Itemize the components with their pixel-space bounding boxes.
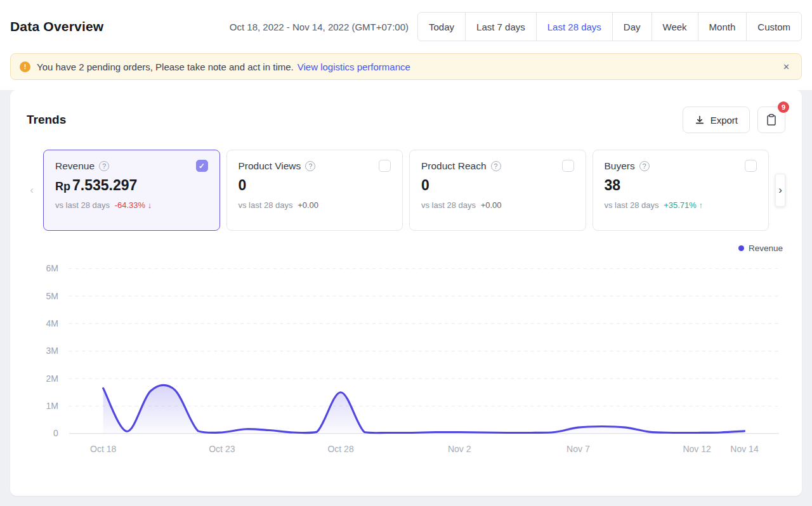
metric-card-buyers[interactable]: Buyers ? 38 vs last 28 days +35.71% ↑ bbox=[593, 150, 769, 231]
svg-text:Nov 7: Nov 7 bbox=[566, 444, 590, 454]
svg-text:6M: 6M bbox=[46, 263, 58, 273]
tab-today[interactable]: Today bbox=[417, 12, 466, 41]
pending-orders-banner: ! You have 2 pending orders, Please take… bbox=[10, 53, 802, 80]
trends-header: Trends Export bbox=[27, 107, 785, 133]
metric-card-header: Product Views ? bbox=[239, 160, 391, 172]
delta-value: +0.00 bbox=[481, 200, 502, 210]
banner-message: You have 2 pending orders, Please take n… bbox=[37, 62, 294, 72]
arrow-up-icon: ↑ bbox=[698, 200, 703, 210]
legend-dot bbox=[738, 245, 744, 251]
metric-compare: vs last 28 days -64.33% ↓ bbox=[55, 200, 208, 210]
metric-title: Product Views bbox=[239, 160, 301, 172]
help-icon[interactable]: ? bbox=[305, 161, 315, 171]
svg-text:0: 0 bbox=[53, 428, 58, 438]
revenue-chart: 01M2M3M4M5M6MOct 18Oct 23Oct 28Nov 2Nov … bbox=[27, 257, 785, 470]
metric-cards-carousel: ‹ Revenue ? ✓ Rp7.535.297 vs last 28 day… bbox=[27, 150, 785, 231]
topbar: Data Overview Oct 18, 2022 - Nov 14, 202… bbox=[0, 0, 812, 53]
svg-text:Nov 14: Nov 14 bbox=[730, 444, 759, 454]
metric-title: Buyers bbox=[605, 160, 635, 172]
svg-text:Nov 2: Nov 2 bbox=[448, 444, 471, 454]
metric-compare: vs last 28 days +35.71% ↑ bbox=[605, 200, 757, 210]
tab-last-7-days[interactable]: Last 7 days bbox=[465, 12, 537, 41]
chart-area: 01M2M3M4M5M6MOct 18Oct 23Oct 28Nov 2Nov … bbox=[27, 257, 785, 470]
svg-text:4M: 4M bbox=[46, 318, 58, 328]
svg-text:Oct 18: Oct 18 bbox=[90, 444, 116, 454]
metric-checkbox[interactable] bbox=[745, 160, 757, 172]
svg-text:3M: 3M bbox=[46, 346, 58, 356]
clipboard-button[interactable]: 9 bbox=[757, 107, 785, 133]
banner-wrap: ! You have 2 pending orders, Please take… bbox=[0, 53, 812, 90]
clipboard-icon bbox=[766, 114, 777, 126]
svg-text:1M: 1M bbox=[46, 401, 58, 411]
trends-card: Trends Export bbox=[10, 90, 802, 496]
prev-cards-button[interactable]: ‹ bbox=[27, 174, 37, 207]
metric-title: Product Reach bbox=[421, 160, 487, 172]
tab-custom[interactable]: Custom bbox=[746, 12, 802, 41]
metric-checkbox[interactable] bbox=[562, 160, 574, 172]
help-icon[interactable]: ? bbox=[99, 161, 109, 171]
svg-text:Nov 12: Nov 12 bbox=[683, 444, 711, 454]
metric-compare: vs last 28 days +0.00 bbox=[239, 200, 391, 210]
metric-card-header: Product Reach ? bbox=[421, 160, 574, 172]
metric-value: 0 bbox=[421, 177, 574, 194]
chevron-right-icon: › bbox=[778, 184, 782, 197]
arrow-down-icon: ↓ bbox=[148, 200, 152, 210]
delta-value: +35.71% bbox=[664, 200, 697, 210]
section-title: Trends bbox=[27, 113, 66, 127]
chart-legend: Revenue bbox=[27, 243, 785, 253]
content-area: Trends Export bbox=[0, 90, 812, 506]
page-title: Data Overview bbox=[10, 19, 103, 34]
chevron-left-icon: ‹ bbox=[30, 184, 34, 197]
export-button[interactable]: Export bbox=[683, 107, 750, 133]
export-button-label: Export bbox=[710, 115, 738, 126]
svg-text:Oct 28: Oct 28 bbox=[327, 444, 353, 454]
delta-value: +0.00 bbox=[298, 200, 318, 210]
delta-value: -64.33% bbox=[115, 200, 145, 210]
notification-badge: 9 bbox=[778, 101, 789, 113]
help-icon[interactable]: ? bbox=[491, 161, 501, 171]
date-range-label: Oct 18, 2022 - Nov 14, 2022 (GMT+07:00) bbox=[230, 22, 409, 32]
metric-value: 0 bbox=[239, 177, 391, 194]
metric-value: Rp7.535.297 bbox=[55, 177, 208, 194]
metric-value: 38 bbox=[605, 177, 757, 194]
close-icon[interactable]: ✕ bbox=[780, 60, 792, 74]
next-cards-button[interactable]: › bbox=[775, 174, 785, 207]
date-filter-tab-group: Today Last 7 days Last 28 days Day Week … bbox=[417, 12, 802, 41]
tab-month[interactable]: Month bbox=[698, 12, 747, 41]
metric-compare: vs last 28 days +0.00 bbox=[421, 200, 574, 210]
check-icon: ✓ bbox=[199, 162, 205, 171]
warning-icon: ! bbox=[20, 62, 30, 72]
metric-card-header: Revenue ? ✓ bbox=[55, 160, 208, 172]
tab-last-28-days[interactable]: Last 28 days bbox=[536, 12, 613, 41]
page: Data Overview Oct 18, 2022 - Nov 14, 202… bbox=[0, 0, 812, 506]
tab-day[interactable]: Day bbox=[612, 12, 652, 41]
metric-checkbox[interactable]: ✓ bbox=[196, 160, 208, 172]
legend-label: Revenue bbox=[749, 243, 783, 253]
svg-text:Oct 23: Oct 23 bbox=[209, 444, 235, 454]
metric-card-header: Buyers ? bbox=[605, 160, 757, 172]
download-icon bbox=[695, 115, 705, 125]
metric-card-product-views[interactable]: Product Views ? 0 vs last 28 days +0.00 bbox=[226, 150, 403, 231]
help-icon[interactable]: ? bbox=[639, 161, 650, 171]
tab-week[interactable]: Week bbox=[652, 12, 698, 41]
svg-text:5M: 5M bbox=[46, 291, 58, 301]
svg-text:2M: 2M bbox=[46, 373, 58, 384]
currency-prefix: Rp bbox=[55, 180, 70, 193]
metric-card-revenue[interactable]: Revenue ? ✓ Rp7.535.297 vs last 28 days … bbox=[43, 150, 220, 231]
metric-title: Revenue bbox=[55, 160, 95, 172]
logistics-performance-link[interactable]: View logistics performance bbox=[298, 62, 410, 72]
metric-card-product-reach[interactable]: Product Reach ? 0 vs last 28 days +0.00 bbox=[409, 150, 586, 231]
metric-checkbox[interactable] bbox=[379, 160, 391, 172]
